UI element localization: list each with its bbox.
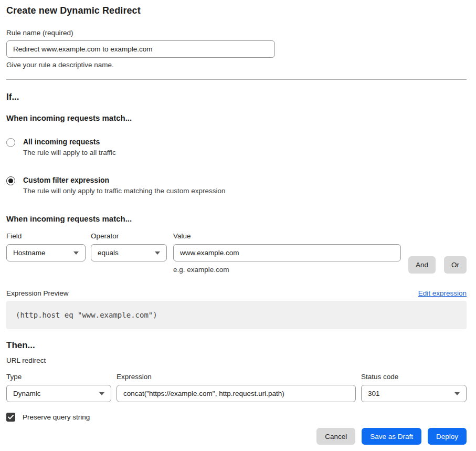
rule-name-input[interactable] bbox=[6, 40, 275, 58]
section-divider bbox=[6, 79, 467, 80]
radio-option-custom-filter-expression[interactable]: Custom filter expression The rule will o… bbox=[6, 176, 467, 195]
value-input[interactable] bbox=[173, 244, 401, 261]
page-title: Create new Dynamic Redirect bbox=[6, 5, 467, 16]
operator-label: Operator bbox=[91, 232, 167, 240]
chevron-down-icon bbox=[73, 251, 79, 255]
edit-expression-link[interactable]: Edit expression bbox=[418, 289, 467, 297]
or-button[interactable]: Or bbox=[444, 256, 467, 274]
value-label: Value bbox=[173, 232, 401, 240]
cancel-button[interactable]: Cancel bbox=[316, 428, 355, 445]
type-select-value: Dynamic bbox=[13, 390, 41, 397]
expression-preview-box: (http.host eq "www.example.com") bbox=[6, 301, 467, 329]
expression-code: (http.host eq "www.example.com") bbox=[16, 311, 157, 319]
radio-button-selected[interactable] bbox=[6, 176, 15, 185]
if-heading: If... bbox=[6, 92, 467, 102]
create-redirect-form: Create new Dynamic Redirect Rule name (r… bbox=[0, 0, 476, 445]
radio-dot-icon bbox=[8, 179, 13, 183]
field-select-value: Hostname bbox=[13, 249, 46, 257]
expression-preview-label: Expression Preview bbox=[6, 289, 69, 297]
operator-select[interactable]: equals bbox=[91, 244, 167, 261]
builder-heading: When incoming requests match... bbox=[6, 214, 467, 223]
rule-name-label: Rule name (required) bbox=[6, 29, 467, 37]
if-match-heading: When incoming requests match... bbox=[6, 113, 467, 122]
expression-label: Expression bbox=[117, 373, 356, 381]
radio-option-description: The rule will only apply to traffic matc… bbox=[23, 187, 225, 195]
preserve-query-string-label: Preserve query string bbox=[23, 413, 90, 421]
radio-option-label: Custom filter expression bbox=[23, 176, 225, 184]
type-select[interactable]: Dynamic bbox=[6, 385, 111, 402]
checkmark-icon bbox=[8, 415, 14, 419]
radio-option-all-incoming-requests[interactable]: All incoming requests The rule will appl… bbox=[6, 138, 467, 156]
url-redirect-label: URL redirect bbox=[6, 356, 467, 364]
chevron-down-icon bbox=[99, 392, 104, 395]
value-helper: e.g. example.com bbox=[173, 266, 401, 274]
status-code-select-value: 301 bbox=[368, 390, 380, 397]
radio-option-label: All incoming requests bbox=[23, 138, 116, 146]
radio-button-unselected[interactable] bbox=[6, 138, 15, 147]
then-heading: Then... bbox=[6, 340, 467, 351]
status-code-select[interactable]: 301 bbox=[361, 385, 467, 402]
chevron-down-icon bbox=[454, 392, 460, 395]
operator-select-value: equals bbox=[98, 249, 119, 257]
preserve-query-string-option[interactable]: Preserve query string bbox=[6, 413, 467, 422]
redirect-expression-input[interactable] bbox=[117, 385, 356, 402]
radio-option-description: The rule will apply to all traffic bbox=[23, 149, 116, 156]
checkbox-checked[interactable] bbox=[6, 413, 15, 422]
status-code-label: Status code bbox=[361, 373, 467, 381]
and-button[interactable]: And bbox=[408, 256, 436, 274]
field-select[interactable]: Hostname bbox=[6, 244, 86, 261]
deploy-button[interactable]: Deploy bbox=[428, 428, 467, 445]
chevron-down-icon bbox=[155, 251, 160, 255]
save-as-draft-button[interactable]: Save as Draft bbox=[362, 428, 421, 445]
type-label: Type bbox=[6, 373, 111, 381]
rule-name-helper: Give your rule a descriptive name. bbox=[6, 61, 467, 69]
field-label: Field bbox=[6, 232, 86, 240]
